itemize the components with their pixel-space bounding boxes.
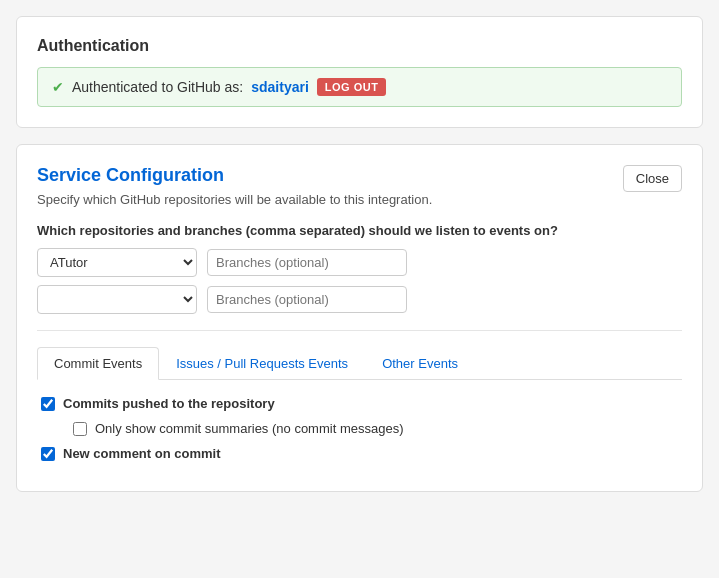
branch-input-2[interactable] [207,286,407,313]
authentication-card: Authentication ✔ Authenticated to GitHub… [16,16,703,128]
repo-select-1[interactable]: ATutor [37,248,197,277]
check-icon: ✔ [52,79,64,95]
tab-commit-events[interactable]: Commit Events [37,347,159,380]
logout-button[interactable]: LOG OUT [317,78,387,96]
checkbox-commit-summaries: Only show commit summaries (no commit me… [37,421,682,436]
service-config-description: Specify which GitHub repositories will b… [37,192,682,207]
checkbox-new-comment-input[interactable] [41,447,55,461]
checkbox-new-comment-label: New comment on commit [63,446,220,461]
checkbox-commits-pushed: Commits pushed to the repository [37,396,682,411]
divider [37,330,682,331]
close-button[interactable]: Close [623,165,682,192]
branch-input-1[interactable] [207,249,407,276]
repo-question-label: Which repositories and branches (comma s… [37,223,682,238]
checkbox-new-comment: New comment on commit [37,446,682,461]
repo-select-2[interactable] [37,285,197,314]
event-tabs: Commit Events Issues / Pull Requests Eve… [37,347,682,380]
checkbox-commits-pushed-input[interactable] [41,397,55,411]
auth-success-banner: ✔ Authenticated to GitHub as: sdaityari … [37,67,682,107]
tab-other-events[interactable]: Other Events [365,347,475,380]
repo-row-1: ATutor [37,248,682,277]
service-config-title: Service Configuration [37,165,682,186]
checkbox-commit-summaries-input[interactable] [73,422,87,436]
repo-row-2 [37,285,682,314]
checkbox-commits-pushed-label: Commits pushed to the repository [63,396,275,411]
auth-message: Authenticated to GitHub as: [72,79,243,95]
service-config-card: Service Configuration Specify which GitH… [16,144,703,492]
auth-title: Authentication [37,37,682,55]
tab-issues-events[interactable]: Issues / Pull Requests Events [159,347,365,380]
auth-username: sdaityari [251,79,309,95]
checkbox-commit-summaries-label: Only show commit summaries (no commit me… [95,421,403,436]
